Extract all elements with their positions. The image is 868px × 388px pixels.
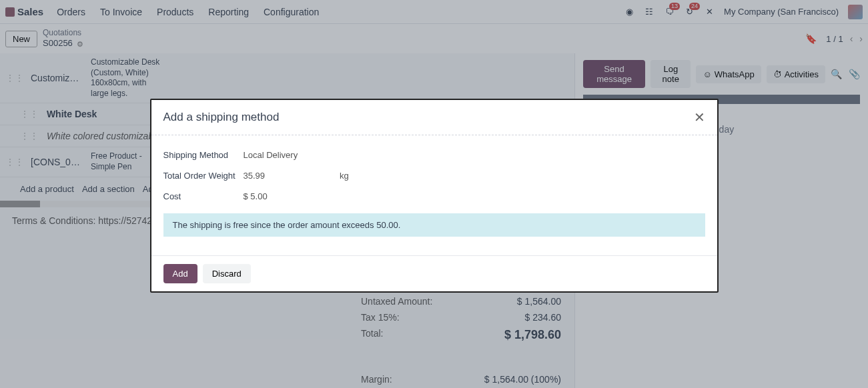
weight-unit: kg xyxy=(340,171,349,181)
total-weight-value[interactable]: 35.99 xyxy=(244,171,266,181)
cost-value: $ 5.00 xyxy=(244,191,268,201)
modal-title: Add a shipping method xyxy=(163,111,280,124)
close-icon[interactable]: ✕ xyxy=(694,109,705,125)
shipping-method-label: Shipping Method xyxy=(163,150,244,160)
modal-overlay: Add a shipping method ✕ Shipping Method … xyxy=(0,0,868,388)
shipping-method-modal: Add a shipping method ✕ Shipping Method … xyxy=(150,99,719,293)
total-weight-label: Total Order Weight xyxy=(163,171,244,181)
free-shipping-alert: The shipping is free since the order amo… xyxy=(163,213,705,237)
cost-label: Cost xyxy=(163,191,244,201)
discard-button[interactable]: Discard xyxy=(203,264,251,283)
add-button[interactable]: Add xyxy=(163,264,197,283)
shipping-method-value[interactable]: Local Delivery xyxy=(244,150,298,160)
